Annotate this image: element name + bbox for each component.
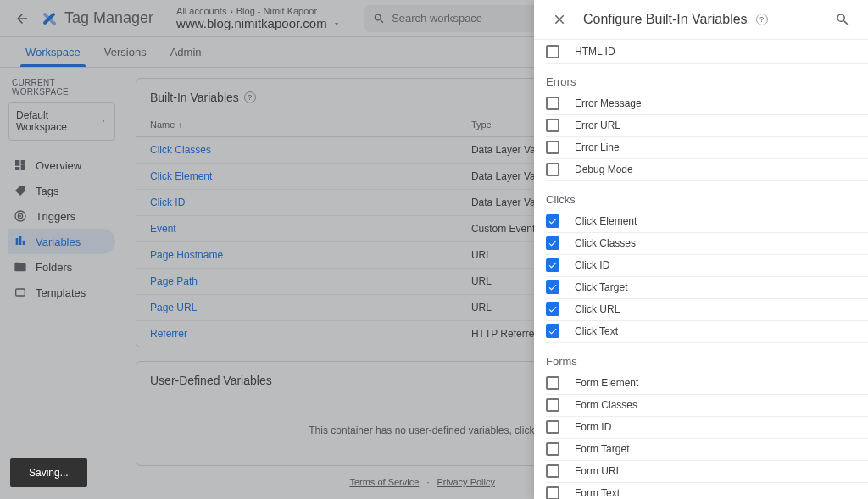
variable-toggle-row[interactable]: Form ID bbox=[546, 417, 868, 439]
search-icon bbox=[835, 12, 850, 27]
variable-toggle-row[interactable]: Error Line bbox=[546, 137, 868, 159]
checkbox[interactable] bbox=[546, 442, 559, 456]
variable-toggle-row[interactable]: Form Element bbox=[546, 373, 868, 395]
variable-toggle-row[interactable]: Click ID bbox=[546, 255, 868, 277]
variable-toggle-row[interactable]: HTML ID bbox=[546, 42, 868, 64]
variable-toggle-label: Form Target bbox=[575, 443, 629, 455]
variable-toggle-label: Form Text bbox=[575, 487, 620, 499]
checkbox[interactable] bbox=[546, 45, 559, 58]
variable-toggle-label: Debug Mode bbox=[575, 164, 633, 175]
variable-toggle-label: Error Message bbox=[575, 97, 642, 109]
variable-toggle-row[interactable]: Form Text bbox=[546, 483, 868, 499]
checkbox[interactable] bbox=[546, 464, 559, 478]
panel-title: Configure Built-In Variables bbox=[583, 12, 748, 27]
variable-toggle-row[interactable]: Click URL bbox=[546, 299, 868, 321]
variable-toggle-label: Error Line bbox=[575, 141, 620, 153]
checkbox[interactable] bbox=[546, 398, 559, 412]
checkbox[interactable] bbox=[546, 280, 559, 294]
checkbox[interactable] bbox=[546, 420, 559, 434]
checkbox[interactable] bbox=[546, 97, 559, 110]
variable-toggle-row[interactable]: Click Element bbox=[546, 211, 868, 233]
variable-toggle-row[interactable]: Click Text bbox=[546, 321, 868, 343]
variable-toggle-label: Click Classes bbox=[575, 237, 636, 249]
variable-group-title: Errors bbox=[546, 64, 868, 93]
variable-toggle-row[interactable]: Error URL bbox=[546, 115, 868, 137]
close-icon bbox=[552, 12, 567, 27]
panel-search-button[interactable] bbox=[827, 4, 858, 35]
variable-toggle-label: Form Classes bbox=[575, 399, 637, 411]
variable-toggle-row[interactable]: Click Classes bbox=[546, 233, 868, 255]
checkbox[interactable] bbox=[546, 163, 559, 176]
checkbox[interactable] bbox=[546, 376, 559, 390]
variable-toggle-label: Form ID bbox=[575, 421, 611, 433]
configure-builtin-panel: Configure Built-In Variables ? HTML IDEr… bbox=[534, 0, 868, 499]
checkbox[interactable] bbox=[546, 324, 559, 338]
variable-toggle-label: Form URL bbox=[575, 465, 621, 477]
checkbox[interactable] bbox=[546, 258, 559, 272]
variable-group-title: Forms bbox=[546, 343, 868, 373]
close-panel-button[interactable] bbox=[544, 4, 575, 35]
variable-toggle-row[interactable]: Error Message bbox=[546, 93, 868, 115]
variable-toggle-row[interactable]: Debug Mode bbox=[546, 159, 868, 181]
variable-toggle-label: Error URL bbox=[575, 119, 620, 131]
variable-toggle-row[interactable]: Click Target bbox=[546, 277, 868, 299]
variable-toggle-label: Click ID bbox=[575, 259, 609, 271]
variable-toggle-label: Click Element bbox=[575, 215, 637, 227]
help-icon[interactable]: ? bbox=[756, 14, 768, 25]
checkbox[interactable] bbox=[546, 141, 559, 154]
variable-toggle-row[interactable]: Form URL bbox=[546, 461, 868, 483]
checkbox[interactable] bbox=[546, 236, 559, 250]
variable-toggle-row[interactable]: Form Classes bbox=[546, 395, 868, 417]
variable-toggle-label: Click Text bbox=[575, 325, 618, 337]
variable-toggle-label: HTML ID bbox=[575, 46, 615, 58]
panel-body: HTML IDErrorsError MessageError URLError… bbox=[534, 40, 868, 499]
variable-toggle-label: Click Target bbox=[575, 281, 627, 293]
variable-toggle-label: Form Element bbox=[575, 377, 638, 389]
variable-toggle-row[interactable]: Form Target bbox=[546, 439, 868, 461]
variable-group-title: Clicks bbox=[546, 181, 868, 211]
variable-toggle-label: Click URL bbox=[575, 303, 620, 315]
panel-header: Configure Built-In Variables ? bbox=[534, 0, 868, 40]
checkbox[interactable] bbox=[546, 302, 559, 316]
checkbox[interactable] bbox=[546, 214, 559, 228]
saving-toast: Saving... bbox=[10, 458, 87, 487]
app-root: { "header": { "product": "Tag Manager", … bbox=[0, 0, 868, 499]
checkbox[interactable] bbox=[546, 119, 559, 132]
checkbox[interactable] bbox=[546, 486, 559, 499]
